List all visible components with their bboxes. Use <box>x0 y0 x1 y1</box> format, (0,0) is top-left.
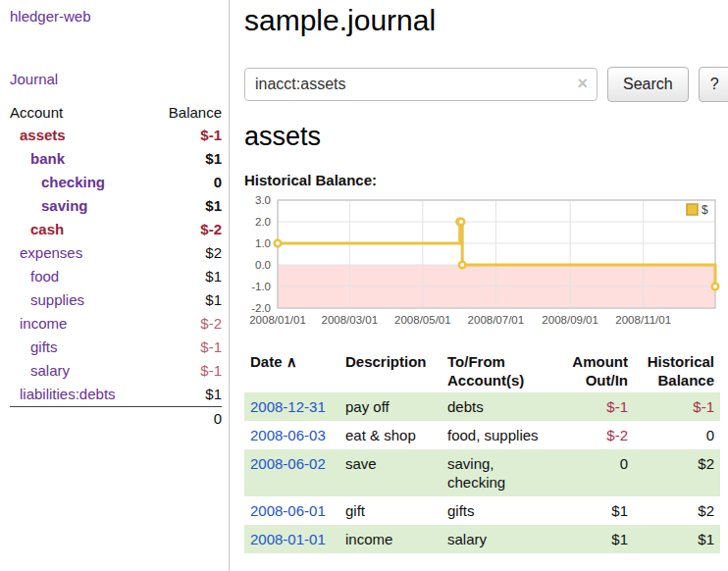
account-link[interactable]: liabilities:debts <box>10 383 151 407</box>
svg-text:-1.0: -1.0 <box>251 281 271 292</box>
account-row: liabilities:debts$1 <box>10 383 222 407</box>
account-balance: $-1 <box>151 359 222 383</box>
cell-date: 2008-12-31 <box>244 392 339 421</box>
cell-balance: $1 <box>634 525 720 553</box>
transaction-date-link[interactable]: 2008-12-31 <box>250 398 326 415</box>
data-point-marker <box>275 240 282 247</box>
account-row: gifts$-1 <box>10 336 222 359</box>
sidebar-item-journal[interactable]: Journal <box>10 71 222 87</box>
cell-amount: $-1 <box>555 392 634 421</box>
header-line: Balance <box>640 371 714 389</box>
svg-text:2008/09/01: 2008/09/01 <box>542 314 598 326</box>
accounts-total-balance: 0 <box>151 407 222 432</box>
transaction-date-link[interactable]: 2008-01-01 <box>250 531 326 547</box>
svg-text:$: $ <box>702 203 708 217</box>
register-rows: 2008-12-31pay offdebts$-1$-12008-06-03ea… <box>244 392 720 553</box>
account-link[interactable]: bank <box>10 147 151 171</box>
register-row: 2008-01-01incomesalary$1$1 <box>244 525 720 553</box>
historical-balance-chart: -2.0-1.00.01.02.03.02008/01/012008/03/01… <box>244 194 728 332</box>
accounts-total-row: 0 <box>10 407 222 432</box>
account-link[interactable]: cash <box>10 218 151 241</box>
header-line: Amount <box>561 352 628 371</box>
account-row: assets$-1 <box>10 124 222 147</box>
header-line: Account(s) <box>447 371 549 389</box>
register-header-description: Description <box>339 349 442 392</box>
account-balance: $1 <box>151 288 222 312</box>
register-row: 2008-06-01giftgifts$1$2 <box>244 496 720 525</box>
account-link[interactable]: supplies <box>10 288 151 312</box>
register-header-row: Date ∧DescriptionTo/FromAccount(s)Amount… <box>244 349 720 392</box>
account-link[interactable]: income <box>10 312 151 336</box>
cell-accounts: saving, checking <box>442 449 555 496</box>
svg-text:3.0: 3.0 <box>255 194 271 206</box>
account-link[interactable]: checking <box>10 171 151 194</box>
account-link[interactable]: expenses <box>10 241 151 265</box>
register-header-date[interactable]: Date ∧ <box>244 349 339 392</box>
header-line: Historical <box>640 352 714 371</box>
account-balance: 0 <box>151 171 222 194</box>
search-bar: × Search ? <box>244 67 728 102</box>
account-balance: $1 <box>151 147 222 171</box>
cell-balance: $2 <box>634 449 720 496</box>
data-point-marker <box>459 262 466 269</box>
cell-accounts: food, supplies <box>442 421 555 449</box>
cell-balance: $-1 <box>634 392 720 421</box>
account-balance: $-1 <box>151 336 222 359</box>
svg-text:2.0: 2.0 <box>255 216 271 228</box>
svg-text:2008/03/01: 2008/03/01 <box>322 314 379 326</box>
account-balance: $-2 <box>151 218 222 241</box>
register-table: Date ∧DescriptionTo/FromAccount(s)Amount… <box>244 349 720 553</box>
svg-text:-2.0: -2.0 <box>251 302 271 314</box>
accounts-header-account: Account <box>10 101 151 124</box>
chart-legend: $ <box>684 202 711 219</box>
search-input[interactable] <box>244 68 598 101</box>
account-link[interactable]: food <box>10 265 151 288</box>
cell-date: 2008-06-02 <box>244 449 339 496</box>
cell-amount: $1 <box>555 525 634 553</box>
cell-description: eat & shop <box>339 421 442 449</box>
transaction-date-link[interactable]: 2008-06-01 <box>250 502 326 519</box>
svg-text:0.0: 0.0 <box>255 259 271 271</box>
cell-accounts: salary <box>442 525 555 553</box>
svg-text:2008/01/01: 2008/01/01 <box>249 314 306 326</box>
cell-balance: $2 <box>634 496 720 525</box>
help-button[interactable]: ? <box>699 67 728 102</box>
account-row: expenses$2 <box>10 241 222 265</box>
cell-balance: 0 <box>634 421 720 449</box>
transaction-date-link[interactable]: 2008-06-02 <box>250 455 326 472</box>
cell-date: 2008-01-01 <box>244 525 339 553</box>
account-balance: $1 <box>151 383 222 407</box>
account-balance: $1 <box>151 194 222 218</box>
main-content: sample.journal × Search ? assets Histori… <box>230 0 728 571</box>
accounts-rows: assets$-1bank$1checking0saving$1cash$-2e… <box>10 124 222 407</box>
header-line: To/From <box>447 352 549 371</box>
accounts-header-balance: Balance <box>151 101 222 124</box>
cell-date: 2008-06-03 <box>244 421 339 449</box>
account-link[interactable]: salary <box>10 359 151 383</box>
cell-description: gift <box>339 496 442 525</box>
account-balance: $2 <box>151 241 222 265</box>
accounts-table: Account Balance assets$-1bank$1checking0… <box>10 101 222 431</box>
account-link[interactable]: gifts <box>10 336 151 359</box>
account-row: saving$1 <box>10 194 222 218</box>
account-row: income$-2 <box>10 312 222 336</box>
register-row: 2008-06-02savesaving, checking0$2 <box>244 449 720 496</box>
page-title: sample.journal <box>244 4 728 37</box>
clear-search-icon[interactable]: × <box>577 74 588 93</box>
accounts-header-row: Account Balance <box>10 101 222 124</box>
app-title-link[interactable]: hledger-web <box>10 8 222 25</box>
cell-accounts: gifts <box>442 496 555 525</box>
data-point-marker <box>458 219 465 226</box>
register-row: 2008-12-31pay offdebts$-1$-1 <box>244 392 720 421</box>
account-link[interactable]: assets <box>10 124 151 147</box>
cell-amount: $1 <box>555 496 634 525</box>
account-row: checking0 <box>10 171 222 194</box>
account-row: bank$1 <box>10 147 222 171</box>
header-line: Out/In <box>561 371 628 389</box>
transaction-date-link[interactable]: 2008-06-03 <box>250 427 326 443</box>
account-balance: $-1 <box>151 124 222 147</box>
cell-accounts: debts <box>442 392 555 421</box>
balance-chart-svg: -2.0-1.00.01.02.03.02008/01/012008/03/01… <box>244 194 724 332</box>
search-button[interactable]: Search <box>607 67 689 102</box>
account-link[interactable]: saving <box>10 194 151 218</box>
